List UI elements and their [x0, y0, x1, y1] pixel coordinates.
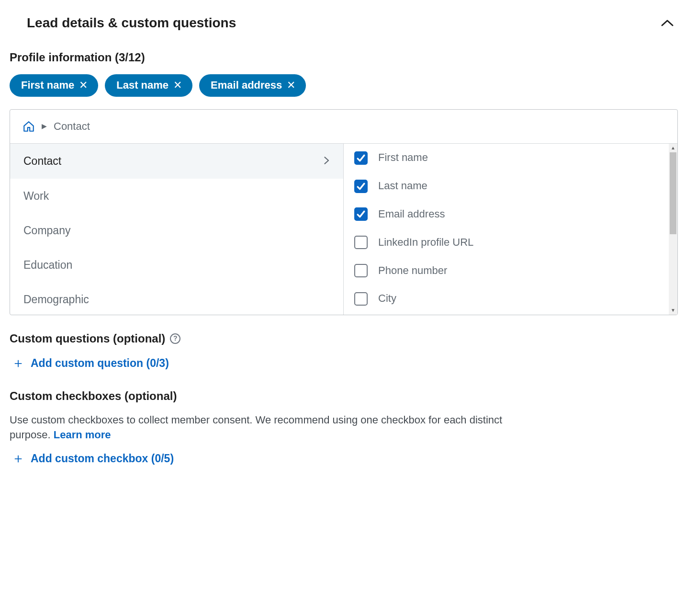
category-company[interactable]: Company [10, 213, 343, 248]
breadcrumb-current: Contact [54, 119, 90, 134]
field-selector-panel: ▶ Contact Contact Work Company Educatio [10, 109, 678, 316]
category-work[interactable]: Work [10, 179, 343, 213]
scroll-up-icon[interactable]: ▲ [669, 144, 677, 152]
panel-body: Contact Work Company Education Demograph… [10, 143, 677, 315]
category-label: Education [23, 257, 72, 273]
category-label: Work [23, 188, 49, 204]
checkbox[interactable] [354, 207, 368, 221]
custom-checkboxes-title: Custom checkboxes (optional) [10, 388, 678, 404]
checkbox[interactable] [354, 236, 368, 249]
section-title: Lead details & custom questions [27, 13, 236, 32]
pill-first-name[interactable]: First name ✕ [10, 74, 98, 97]
breadcrumb-separator-icon: ▶ [42, 122, 47, 131]
checkbox[interactable] [354, 180, 368, 193]
breadcrumb: ▶ Contact [10, 110, 677, 144]
category-contact[interactable]: Contact [10, 144, 343, 178]
scrollbar[interactable]: ▲ ▼ [669, 144, 677, 315]
close-icon: ✕ [287, 78, 295, 93]
add-custom-checkbox-button[interactable]: ＋ Add custom checkbox (0/5) [10, 451, 174, 466]
collapse-toggle[interactable] [661, 18, 674, 28]
field-label: Phone number [378, 263, 447, 278]
chevron-up-icon [661, 18, 674, 28]
pill-label: First name [21, 78, 74, 93]
learn-more-link[interactable]: Learn more [54, 429, 111, 441]
plus-icon: ＋ [11, 356, 25, 370]
chevron-right-icon [324, 153, 330, 169]
add-question-label: Add custom question (0/3) [31, 355, 169, 371]
category-label: Company [23, 223, 70, 238]
checkbox[interactable] [354, 264, 368, 277]
pill-last-name[interactable]: Last name ✕ [105, 74, 192, 97]
custom-checkboxes-description: Use custom checkboxes to collect member … [10, 413, 536, 443]
field-linkedin-url[interactable]: LinkedIn profile URL [344, 228, 670, 257]
category-label: Contact [23, 153, 61, 169]
selected-pills-row: First name ✕ Last name ✕ Email address ✕ [10, 74, 678, 97]
field-label: City [378, 291, 396, 306]
field-city[interactable]: City [344, 285, 670, 313]
field-label: Last name [378, 179, 427, 194]
checkbox[interactable] [354, 292, 368, 306]
field-email-address[interactable]: Email address [344, 200, 670, 228]
field-label: LinkedIn profile URL [378, 235, 473, 250]
profile-info-title: Profile information (3/12) [10, 49, 678, 66]
plus-icon: ＋ [11, 452, 25, 465]
field-label: First name [378, 150, 428, 165]
category-label: Demographic [23, 292, 89, 307]
scroll-thumb[interactable] [670, 152, 676, 234]
field-list: First name Last name Email address [344, 144, 677, 315]
checkbox[interactable] [354, 151, 368, 165]
field-label: Email address [378, 207, 445, 222]
close-icon: ✕ [79, 78, 88, 93]
add-checkbox-label: Add custom checkbox (0/5) [31, 451, 174, 466]
home-icon[interactable] [22, 120, 35, 133]
scroll-down-icon[interactable]: ▼ [669, 306, 677, 315]
field-last-name[interactable]: Last name [344, 172, 670, 200]
field-phone-number[interactable]: Phone number [344, 257, 670, 285]
category-list: Contact Work Company Education Demograph… [10, 144, 344, 315]
category-education[interactable]: Education [10, 248, 343, 282]
pill-email-address[interactable]: Email address ✕ [199, 74, 306, 97]
help-icon[interactable]: ? [170, 333, 180, 344]
pill-label: Email address [211, 78, 282, 93]
close-icon: ✕ [173, 78, 182, 93]
pill-label: Last name [116, 78, 169, 93]
add-custom-question-button[interactable]: ＋ Add custom question (0/3) [10, 355, 169, 371]
section-header: Lead details & custom questions [10, 11, 678, 49]
field-first-name[interactable]: First name [344, 144, 670, 172]
custom-questions-title: Custom questions (optional) [10, 331, 165, 347]
category-demographic[interactable]: Demographic [10, 282, 343, 315]
